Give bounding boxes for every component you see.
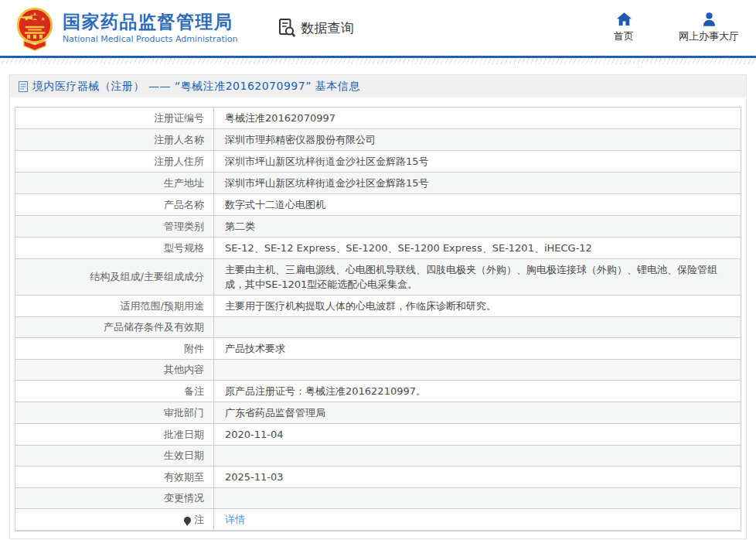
org-name-block: 国家药品监督管理局 National Medical Products Admi… — [63, 12, 237, 43]
field-label: 有效期至 — [15, 467, 214, 488]
table-row: 产品储存条件及有效期 — [15, 317, 741, 338]
field-label: 备注 — [15, 381, 214, 402]
data-query-icon — [278, 18, 296, 38]
table-row: 生产地址 深圳市坪山新区坑梓街道金沙社区金辉路15号 — [15, 173, 741, 194]
table-row: 产品名称 数字式十二道心电图机 — [15, 194, 741, 216]
nav-home-label: 首页 — [614, 29, 634, 43]
org-name-cn: 国家药品监督管理局 — [63, 12, 237, 32]
field-label: 管理类别 — [15, 216, 214, 238]
info-table-body: 注册证编号 粤械注准20162070997 注册人名称 深圳市理邦精密仪器股份有… — [15, 108, 741, 531]
field-value: 原产品注册证号：粤械注准20162210997。 — [214, 381, 741, 402]
table-row: 适用范围/预期用途 主要用于医疗机构提取人体的心电波群，作临床诊断和研究。 — [15, 296, 741, 317]
registration-table-wrap: 注册证编号 粤械注准20162070997 注册人名称 深圳市理邦精密仪器股份有… — [15, 107, 741, 531]
table-row: 结构及组成/主要组成成分 主要由主机、三扁电源线、心电图机导联线、四肢电极夹（外… — [15, 259, 741, 296]
field-value: SE-12、SE-12 Express、SE-1200、SE-1200 Expr… — [214, 238, 741, 259]
field-value: 数字式十二道心电图机 — [214, 194, 741, 216]
field-value: 第二类 — [214, 216, 741, 238]
field-label: 注 — [15, 509, 214, 531]
field-value: 2025-11-03 — [214, 467, 741, 488]
table-row: 型号规格 SE-12、SE-12 Express、SE-1200、SE-1200… — [15, 238, 741, 259]
page-title: 境内医疗器械（注册） —— “粤械注准20162070997” 基本信息 — [32, 80, 360, 94]
table-row: 注册证编号 粤械注准20162070997 — [15, 108, 741, 129]
home-icon — [617, 12, 632, 26]
field-label: 批准日期 — [15, 424, 214, 446]
page: 国家药品监督管理局 National Medical Products Admi… — [0, 0, 756, 540]
data-query-label: 数据查询 — [301, 19, 353, 37]
field-value — [214, 446, 741, 467]
field-value — [214, 360, 741, 381]
field-value: 详情 — [214, 509, 741, 531]
site-header: 国家药品监督管理局 National Medical Products Admi… — [0, 0, 756, 56]
table-row: 备注 原产品注册证号：粤械注准20162210997。 — [15, 381, 741, 402]
field-label: 注册人住所 — [15, 151, 214, 173]
field-value: 深圳市坪山新区坑梓街道金沙社区金辉路15号 — [214, 151, 741, 173]
field-value — [214, 317, 741, 338]
field-label: 注册人名称 — [15, 129, 214, 151]
org-name-en: National Medical Products Administration — [63, 34, 237, 44]
header-hatch-pattern — [0, 58, 756, 64]
field-label: 结构及组成/主要组成成分 — [15, 259, 214, 296]
note-balloon-icon — [184, 517, 191, 524]
field-label: 产品储存条件及有效期 — [15, 317, 214, 338]
field-label: 审批部门 — [15, 402, 214, 424]
table-row: 其他内容 — [15, 360, 741, 381]
field-value — [214, 488, 741, 509]
table-row: 注册人住所 深圳市坪山新区坑梓街道金沙社区金辉路15号 — [15, 151, 741, 173]
field-value: 深圳市坪山新区坑梓街道金沙社区金辉路15号 — [214, 173, 741, 194]
table-row: 审批部门 广东省药品监督管理局 — [15, 402, 741, 424]
field-label: 型号规格 — [15, 238, 214, 259]
table-row: 生效日期 — [15, 446, 741, 467]
field-value: 主要由主机、三扁电源线、心电图机导联线、四肢电极夹（外购）、胸电极连接球（外购）… — [214, 259, 741, 296]
field-value: 深圳市理邦精密仪器股份有限公司 — [214, 129, 741, 151]
page-title-bar: 境内医疗器械（注册） —— “粤械注准20162070997” 基本信息 — [10, 75, 746, 97]
national-emblem-icon — [15, 6, 54, 51]
field-label: 注册证编号 — [15, 108, 214, 129]
person-icon — [702, 12, 717, 26]
nav-hall-label: 网上办事大厅 — [679, 29, 739, 43]
table-row: 有效期至 2025-11-03 — [15, 467, 741, 488]
field-label: 其他内容 — [15, 360, 214, 381]
field-value: 产品技术要求 — [214, 338, 741, 360]
table-row: 注 详情 — [15, 509, 741, 531]
content-card: 境内医疗器械（注册） —— “粤械注准20162070997” 基本信息 注册证… — [9, 74, 747, 539]
table-row: 注册人名称 深圳市理邦精密仪器股份有限公司 — [15, 129, 741, 151]
field-value: 广东省药品监督管理局 — [214, 402, 741, 424]
detail-link[interactable]: 详情 — [225, 514, 245, 525]
table-row: 附件 产品技术要求 — [15, 338, 741, 360]
registration-info-table: 注册证编号 粤械注准20162070997 注册人名称 深圳市理邦精密仪器股份有… — [15, 107, 741, 531]
field-value: 主要用于医疗机构提取人体的心电波群，作临床诊断和研究。 — [214, 296, 741, 317]
field-label: 附件 — [15, 338, 214, 360]
field-label: 产品名称 — [15, 194, 214, 216]
field-label: 适用范围/预期用途 — [15, 296, 214, 317]
nav-data-query[interactable]: 数据查询 — [278, 18, 353, 38]
nav-home[interactable]: 首页 — [614, 12, 634, 43]
field-value: 粤械注准20162070997 — [214, 108, 741, 129]
nav-service-hall[interactable]: 网上办事大厅 — [679, 12, 739, 43]
field-value: 2020-11-04 — [214, 424, 741, 446]
field-label: 变更情况 — [15, 488, 214, 509]
field-label: 生产地址 — [15, 173, 214, 194]
field-label: 生效日期 — [15, 446, 214, 467]
table-row: 管理类别 第二类 — [15, 216, 741, 238]
table-row: 批准日期 2020-11-04 — [15, 424, 741, 446]
nmpa-logo[interactable]: 国家药品监督管理局 National Medical Products Admi… — [15, 5, 237, 51]
document-icon — [19, 81, 28, 92]
table-row: 变更情况 — [15, 488, 741, 509]
